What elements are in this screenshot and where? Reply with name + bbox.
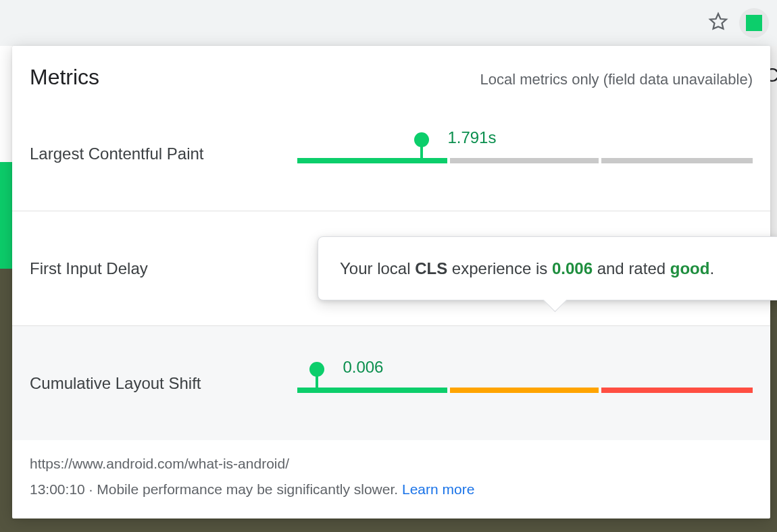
metric-marker-lcp	[420, 134, 423, 163]
metric-marker-cls	[316, 363, 318, 393]
tooltip-text: Your local	[340, 259, 415, 277]
browser-omnibox	[0, 0, 777, 46]
tooltip-value: 0.006	[552, 259, 593, 277]
page-bg-strip	[0, 46, 12, 269]
tooltip-rating: good	[670, 259, 710, 277]
star-icon[interactable]	[708, 11, 728, 34]
metric-row-lcp: Largest Contentful Paint 1.791s	[12, 97, 770, 211]
tooltip-metric: CLS	[415, 259, 447, 277]
metric-label-lcp: Largest Contentful Paint	[30, 144, 297, 163]
metric-bar-lcp: 1.791s	[297, 135, 753, 173]
learn-more-link[interactable]: Learn more	[402, 481, 474, 497]
tooltip-text: experience is	[447, 259, 552, 277]
tooltip-text: and rated	[593, 259, 670, 277]
metric-value-lcp: 1.791s	[447, 128, 496, 147]
cls-tooltip: Your local CLS experience is 0.006 and r…	[318, 236, 777, 300]
footer-time: 13:00:10	[30, 481, 85, 497]
metric-bar-cls: 0.006	[297, 365, 753, 402]
web-vitals-popup: Metrics Local metrics only (field data u…	[12, 46, 770, 518]
metric-row-cls[interactable]: Cumulative Layout Shift 0.006	[12, 325, 770, 440]
metric-label-cls: Cumulative Layout Shift	[30, 374, 297, 393]
metric-label-fid: First Input Delay	[30, 259, 297, 278]
popup-subtitle: Local metrics only (field data unavailab…	[480, 71, 753, 88]
status-square-icon	[746, 15, 762, 31]
popup-footer: https://www.android.com/what-is-android/…	[12, 440, 770, 518]
popup-header: Metrics Local metrics only (field data u…	[12, 46, 770, 97]
metric-track-cls	[297, 388, 753, 393]
tooltip-text: .	[709, 259, 714, 277]
extension-badge[interactable]	[739, 8, 769, 38]
footer-note: Mobile performance may be significantly …	[97, 481, 402, 497]
metric-value-cls: 0.006	[343, 358, 383, 377]
footer-url: https://www.android.com/what-is-android/	[30, 451, 753, 477]
footer-sep: ·	[85, 481, 97, 497]
metric-track-lcp	[297, 158, 753, 163]
popup-title: Metrics	[30, 65, 99, 90]
